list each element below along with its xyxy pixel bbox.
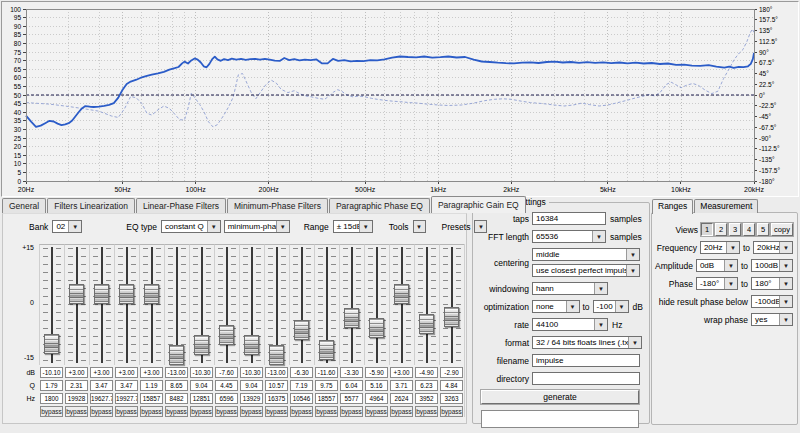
view-copy-button[interactable]: copy xyxy=(771,223,793,236)
slider-track[interactable] xyxy=(451,247,453,363)
band-frequency-field[interactable]: 5577 xyxy=(340,393,363,404)
band-gain-field[interactable]: +3.00 xyxy=(115,367,138,378)
tab-minimum-phase-filters[interactable]: Minimum-Phase Filters xyxy=(227,198,328,213)
band-q-field[interactable]: 9.04 xyxy=(240,380,263,391)
band-q-field[interactable]: 9.04 xyxy=(190,380,213,391)
band-frequency-field[interactable]: 15857 xyxy=(140,393,163,404)
band-frequency-field[interactable]: 18557 xyxy=(315,393,338,404)
frequency-from-select[interactable]: 20Hz▼ xyxy=(700,241,740,254)
band-bypass-toggle[interactable]: bypass xyxy=(440,406,463,417)
slider-thumb[interactable] xyxy=(119,284,134,304)
gain-slider[interactable] xyxy=(264,244,289,365)
band-frequency-field[interactable]: 3263 xyxy=(440,393,463,404)
band-gain-field[interactable]: +3.00 xyxy=(140,367,163,378)
view-5-button[interactable]: 5 xyxy=(757,223,769,236)
view-3-button[interactable]: 3 xyxy=(729,223,741,236)
slider-thumb[interactable] xyxy=(369,318,384,338)
tab-paragraphic-gain-eq[interactable]: Paragraphic Gain EQ xyxy=(431,196,526,213)
eq-type-select[interactable]: constant Q▼ xyxy=(161,220,221,233)
phase-from-select[interactable]: -180°▼ xyxy=(696,277,738,290)
fft-length-select[interactable]: 65536▼ xyxy=(532,230,606,243)
band-frequency-field[interactable]: 6596 xyxy=(215,393,238,404)
filename-input[interactable] xyxy=(532,354,640,367)
band-q-field[interactable]: 7.19 xyxy=(290,380,313,391)
band-gain-field[interactable]: -3.30 xyxy=(340,367,363,378)
band-gain-field[interactable]: +3.00 xyxy=(90,367,113,378)
slider-thumb[interactable] xyxy=(194,335,209,355)
chevron-down-icon[interactable]: ▼ xyxy=(207,221,220,232)
band-bypass-toggle[interactable]: bypass xyxy=(190,406,213,417)
slider-track[interactable] xyxy=(351,247,353,363)
wrap-phase-select[interactable]: yes▼ xyxy=(751,313,793,326)
band-q-field[interactable]: 3.71 xyxy=(390,380,413,391)
eq-phase-select[interactable]: minimum-phase▼ xyxy=(224,220,290,233)
band-gain-field[interactable]: -10.10 xyxy=(40,367,63,378)
slider-thumb[interactable] xyxy=(94,284,109,304)
chevron-down-icon[interactable]: ▼ xyxy=(359,221,372,232)
band-frequency-field[interactable]: 3952 xyxy=(415,393,438,404)
band-q-field[interactable]: 3.47 xyxy=(90,380,113,391)
band-q-field[interactable]: 4.45 xyxy=(215,380,238,391)
band-bypass-toggle[interactable]: bypass xyxy=(390,406,413,417)
band-frequency-field[interactable]: 2624 xyxy=(390,393,413,404)
bank-select[interactable]: 02▼ xyxy=(52,220,82,233)
slider-track[interactable] xyxy=(301,247,303,363)
gain-slider[interactable] xyxy=(414,244,439,365)
chevron-down-icon[interactable]: ▼ xyxy=(724,278,737,289)
slider-track[interactable] xyxy=(401,247,403,363)
amplitude-from-select[interactable]: 0dB▼ xyxy=(696,259,738,272)
slider-track[interactable] xyxy=(426,247,428,363)
gain-slider[interactable] xyxy=(114,244,139,365)
gain-slider[interactable] xyxy=(139,244,164,365)
generate-button[interactable]: generate xyxy=(481,390,639,404)
slider-track[interactable] xyxy=(226,247,228,363)
band-q-field[interactable]: 5.16 xyxy=(365,380,388,391)
tools-menu-button[interactable]: ▼ xyxy=(413,220,426,233)
slider-thumb[interactable] xyxy=(344,308,359,328)
chevron-down-icon[interactable]: ▼ xyxy=(626,249,639,260)
optimization-select[interactable]: none▼ xyxy=(532,300,580,313)
band-gain-field[interactable]: -5.90 xyxy=(365,367,388,378)
band-frequency-field[interactable]: 4964 xyxy=(365,393,388,404)
slider-track[interactable] xyxy=(101,247,103,363)
band-q-field[interactable]: 6.23 xyxy=(415,380,438,391)
slider-thumb[interactable] xyxy=(294,320,309,340)
slider-thumb[interactable] xyxy=(69,284,84,304)
tab-general[interactable]: General xyxy=(2,198,46,213)
directory-input[interactable] xyxy=(532,372,640,385)
band-frequency-field[interactable]: 10546 xyxy=(290,393,313,404)
band-bypass-toggle[interactable]: bypass xyxy=(340,406,363,417)
centering-select[interactable]: middle▼ xyxy=(532,248,640,261)
band-bypass-toggle[interactable]: bypass xyxy=(365,406,388,417)
band-gain-field[interactable]: -4.90 xyxy=(415,367,438,378)
slider-thumb[interactable] xyxy=(169,345,184,365)
chevron-down-icon[interactable]: ▼ xyxy=(414,221,425,232)
band-bypass-toggle[interactable]: bypass xyxy=(265,406,288,417)
band-frequency-field[interactable]: 19928 xyxy=(65,393,88,404)
band-frequency-field[interactable]: 19927.7 xyxy=(115,393,138,404)
gain-slider[interactable] xyxy=(364,244,389,365)
gain-slider[interactable] xyxy=(64,244,89,365)
gain-slider[interactable] xyxy=(389,244,414,365)
view-1-button[interactable]: 1 xyxy=(701,223,713,236)
phase-to-select[interactable]: 180°▼ xyxy=(751,277,793,290)
band-bypass-toggle[interactable]: bypass xyxy=(165,406,188,417)
format-select[interactable]: 32 / 64 bits floats lines (.txt)▼ xyxy=(532,336,642,349)
band-bypass-toggle[interactable]: bypass xyxy=(415,406,438,417)
band-frequency-field[interactable]: 13929 xyxy=(240,393,263,404)
view-4-button[interactable]: 4 xyxy=(743,223,755,236)
band-bypass-toggle[interactable]: bypass xyxy=(215,406,238,417)
band-bypass-toggle[interactable]: bypass xyxy=(40,406,63,417)
gain-slider[interactable] xyxy=(439,244,464,365)
chevron-down-icon[interactable]: ▼ xyxy=(594,319,607,330)
band-q-field[interactable]: 1.19 xyxy=(140,380,163,391)
gain-slider[interactable] xyxy=(314,244,339,365)
band-frequency-field[interactable]: 16375 xyxy=(265,393,288,404)
tab-paragraphic-phase-eq[interactable]: Paragraphic Phase EQ xyxy=(329,198,430,213)
slider-thumb[interactable] xyxy=(144,284,159,304)
chevron-down-icon[interactable]: ▼ xyxy=(276,221,289,232)
slider-track[interactable] xyxy=(126,247,128,363)
band-gain-field[interactable]: -10.30 xyxy=(190,367,213,378)
windowing-select[interactable]: hann▼ xyxy=(532,282,608,295)
slider-track[interactable] xyxy=(76,247,78,363)
